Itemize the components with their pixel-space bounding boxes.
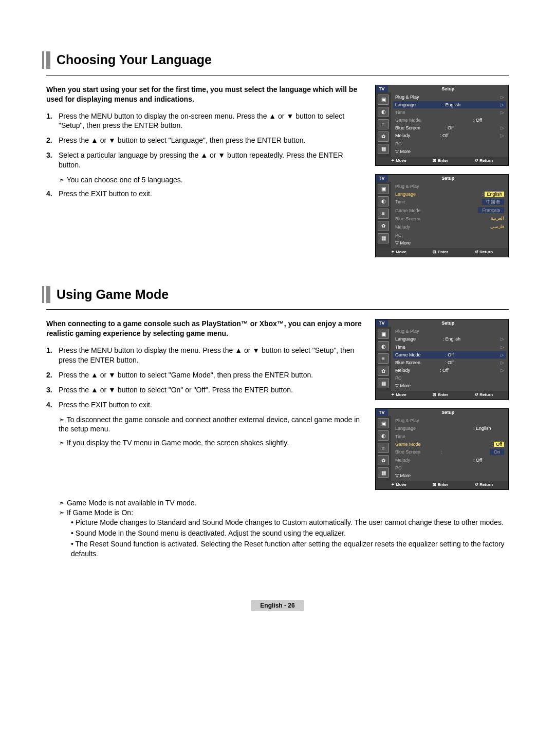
step-text: Press the ▲ or ▼ button to select "Game … xyxy=(59,370,313,380)
notes-continued: Game Mode is not available in TV mode. I… xyxy=(59,498,509,558)
section-body: When you start using your set for the fi… xyxy=(46,85,509,266)
step-text: Press the ▲ or ▼ button to select "On" o… xyxy=(59,385,293,395)
page-number-badge: English - 26 xyxy=(251,600,304,611)
bullet: • Sound Mode in the Sound menu is deacti… xyxy=(71,528,509,538)
step-text: Press the ▲ or ▼ button to select "Langu… xyxy=(59,136,305,145)
step-text: Press the MENU button to display the men… xyxy=(59,346,365,365)
section-body: When connecting to a game console such a… xyxy=(46,319,509,498)
note: If you display the TV menu in Game mode,… xyxy=(59,438,365,448)
sound-icon: ◐ xyxy=(378,107,389,117)
steps-list: 4.Press the EXIT button to exit. xyxy=(46,189,365,199)
intro-text: When you start using your set for the fi… xyxy=(46,85,365,104)
step-text: Press the MENU button to display the on-… xyxy=(59,111,365,131)
divider xyxy=(46,75,509,75)
osd-icon-col: ▣ ◐ ≡ ✿ ▦ xyxy=(376,92,391,157)
input-icon: ▦ xyxy=(378,144,389,154)
section-title-language: Choosing Your Language xyxy=(46,51,509,69)
bullet: • The Reset Sound function is activated.… xyxy=(71,539,509,559)
channel-icon: ≡ xyxy=(378,119,389,129)
page-footer: English - 26 xyxy=(46,600,509,611)
picture-icon: ▣ xyxy=(378,94,389,105)
bullet-list: • Picture Mode changes to Standard and S… xyxy=(71,518,509,559)
osd-language-options: TVSetup ▣◐≡✿▦ Plug & Play Language: Engl… xyxy=(375,174,509,257)
osd-setup-language-sel: TVSetup ▣ ◐ ≡ ✿ ▦ Plug & Play▷ Language:… xyxy=(375,85,509,166)
note: To disconnect the game console and conne… xyxy=(59,415,365,434)
step-text: Select a particular language by pressing… xyxy=(59,150,365,170)
step-text: Press the EXIT button to exit. xyxy=(59,189,152,199)
osd-gamemode-sel: TVSetup ▣◐≡✿▦ Plug & Play Language: Engl… xyxy=(375,319,509,400)
osd-screenshots: TVSetup ▣ ◐ ≡ ✿ ▦ Plug & Play▷ Language:… xyxy=(375,85,509,266)
section-title-gamemode: Using Game Mode xyxy=(46,286,509,304)
setup-icon: ✿ xyxy=(378,131,389,142)
note: Game Mode is not available in TV mode. xyxy=(59,498,509,508)
bullet: • Picture Mode changes to Standard and S… xyxy=(71,518,509,527)
manual-page: Choosing Your Language When you start us… xyxy=(46,51,509,611)
steps-list: 1.Press the MENU button to display the o… xyxy=(46,111,365,170)
note: If Game Mode is On: xyxy=(59,508,509,518)
osd-gamemode-options: TVSetup ▣◐≡✿▦ Plug & Play Language: Engl… xyxy=(375,408,509,490)
step-note: You can choose one of 5 languages. xyxy=(59,175,365,185)
step-text: Press the EXIT button to exit. xyxy=(59,400,152,410)
divider xyxy=(46,309,509,310)
instructions-col: When you start using your set for the fi… xyxy=(46,85,365,204)
intro-text: When connecting to a game console such a… xyxy=(46,319,365,338)
